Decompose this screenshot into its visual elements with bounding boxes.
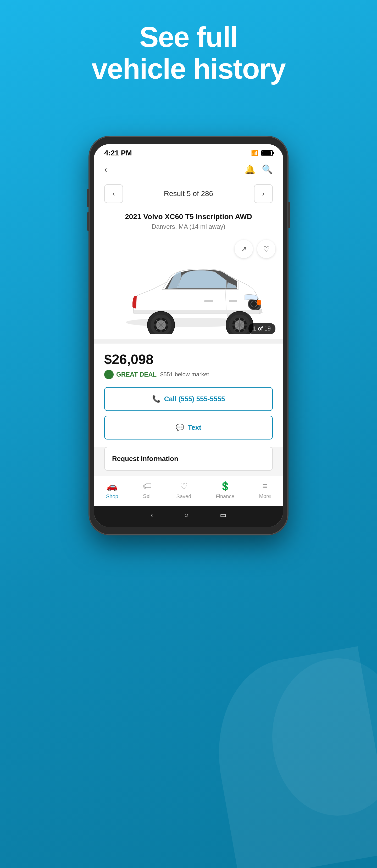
car-image-area: ↗ ♡ [94, 235, 283, 339]
divider-1 [94, 339, 283, 344]
result-counter: Result 5 of 286 [164, 189, 213, 198]
bottom-navigation: 🚗 Shop 🏷 Sell ♡ Saved 💲 Finance ≡ M [94, 476, 283, 506]
message-icon: 💬 [176, 424, 184, 432]
below-market-text: $551 below market [160, 371, 209, 378]
android-recent-button[interactable]: ▭ [220, 511, 227, 519]
sell-icon: 🏷 [143, 481, 152, 491]
next-result-button[interactable]: › [254, 184, 273, 203]
back-button[interactable]: ‹ [104, 164, 107, 174]
shop-icon: 🚗 [107, 481, 117, 491]
android-nav-bar: ‹ ○ ▭ [94, 506, 283, 527]
status-time: 4:21 PM [104, 149, 132, 157]
deal-badge: ↑ GREAT DEAL $551 below market [104, 370, 273, 379]
car-title: 2021 Volvo XC60 T5 Inscription AWD [104, 213, 273, 221]
prev-result-button[interactable]: ‹ [104, 184, 123, 203]
heart-icon: ♡ [263, 245, 270, 253]
app-header: ‹ 🔔 🔍 [94, 160, 283, 179]
car-info: 2021 Volvo XC60 T5 Inscription AWD Danve… [94, 206, 283, 235]
phone-screen: 4:21 PM 📶 ‹ 🔔 🔍 ‹ [94, 144, 283, 527]
share-button[interactable]: ↗ [235, 240, 253, 258]
svg-rect-9 [257, 300, 261, 305]
deal-label: GREAT DEAL [116, 371, 157, 378]
car-location: Danvers, MA (14 mi away) [104, 223, 273, 230]
shop-label: Shop [106, 494, 118, 499]
deal-icon: ↑ [104, 370, 114, 379]
phone-icon: 📞 [152, 395, 161, 403]
android-back-button[interactable]: ‹ [150, 511, 153, 519]
result-navigation: ‹ Result 5 of 286 › [94, 179, 283, 206]
phone-shell: 4:21 PM 📶 ‹ 🔔 🔍 ‹ [89, 136, 288, 535]
android-home-button[interactable]: ○ [184, 511, 188, 519]
prev-arrow-icon: ‹ [112, 189, 115, 198]
hero-line2: vehicle history [26, 53, 351, 84]
search-icon[interactable]: 🔍 [262, 164, 273, 175]
request-info-label: Request information [112, 455, 178, 463]
cta-section: 📞 Call (555) 555-5555 💬 Text [94, 384, 283, 447]
nav-item-saved[interactable]: ♡ Saved [176, 481, 192, 499]
phone-mockup: 4:21 PM 📶 ‹ 🔔 🔍 ‹ [89, 136, 288, 535]
battery-fill [262, 151, 271, 155]
text-button[interactable]: 💬 Text [104, 416, 273, 439]
svg-rect-3 [204, 300, 213, 302]
notification-icon[interactable]: 🔔 [244, 164, 255, 175]
svg-rect-4 [229, 300, 237, 302]
hero-line1: See full [26, 21, 351, 53]
image-counter: 1 of 19 [248, 323, 275, 334]
more-label: More [259, 493, 271, 499]
nav-item-more[interactable]: ≡ More [259, 481, 271, 499]
more-icon: ≡ [262, 481, 268, 491]
header-icons: 🔔 🔍 [244, 164, 273, 175]
car-action-buttons: ↗ ♡ [235, 240, 275, 258]
sell-label: Sell [143, 493, 151, 499]
next-arrow-icon: › [262, 189, 265, 198]
call-button[interactable]: 📞 Call (555) 555-5555 [104, 387, 273, 411]
text-label: Text [188, 424, 201, 432]
price-section: $26,098 ↑ GREAT DEAL $551 below market [94, 344, 283, 384]
volume-down-button [87, 212, 89, 230]
nav-item-sell[interactable]: 🏷 Sell [143, 481, 152, 499]
share-icon: ↗ [241, 245, 247, 253]
request-info-section[interactable]: Request information [104, 447, 273, 471]
nav-item-shop[interactable]: 🚗 Shop [106, 481, 118, 499]
wifi-icon: 📶 [251, 150, 258, 156]
volume-up-button [87, 189, 89, 207]
saved-label: Saved [176, 494, 192, 499]
finance-label: Finance [216, 494, 234, 499]
status-icons: 📶 [251, 150, 273, 156]
car-image [112, 245, 265, 334]
status-bar: 4:21 PM 📶 [94, 144, 283, 160]
saved-icon: ♡ [180, 481, 188, 491]
call-label: Call (555) 555-5555 [164, 395, 225, 403]
vehicle-price: $26,098 [104, 351, 273, 367]
hero-text: See full vehicle history [0, 21, 377, 84]
power-button [288, 202, 290, 228]
nav-item-finance[interactable]: 💲 Finance [216, 481, 234, 499]
finance-icon: 💲 [220, 481, 231, 491]
favorite-button[interactable]: ♡ [257, 240, 275, 258]
battery-icon [261, 150, 273, 156]
